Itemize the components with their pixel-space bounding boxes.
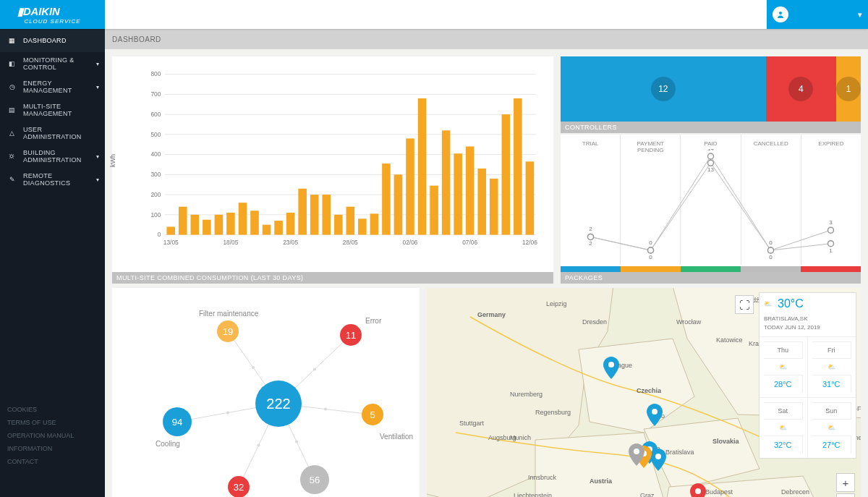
sidebar-item-building-administration[interactable]: ⛭BUILDING ADMINISTRATION▾ [0, 145, 105, 168]
brand-logo[interactable]: ▮DAIKIN CLOUD SERVICE [0, 0, 105, 29]
bar[interactable] [274, 221, 283, 234]
bar[interactable] [430, 186, 438, 235]
package-column-label: TRIAL [582, 140, 599, 147]
weather-icon: ⛅ [764, 300, 772, 307]
footer-link[interactable]: COOKIES [7, 403, 98, 416]
zoom-in-button[interactable]: + [836, 473, 855, 492]
sidebar-item-energy-management[interactable]: ◷ENERGY MANAGEMENT▾ [0, 75, 105, 98]
bar[interactable] [286, 213, 295, 235]
bar[interactable] [490, 179, 498, 235]
mp-center[interactable]: 222 [255, 381, 302, 427]
package-point[interactable] [828, 227, 834, 233]
svg-text:100: 100 [150, 211, 161, 218]
controller-count: 1 [836, 77, 861, 101]
consumption-panel-label: MULTI-SITE COMBINED CONSUMPTION (LAST 30… [112, 272, 553, 284]
mp-label-error: Error [365, 317, 381, 325]
controller-segment[interactable]: 12 [561, 56, 766, 122]
controllers-summary[interactable]: 1241 [561, 56, 861, 122]
nav-icon: ◧ [7, 59, 17, 69]
bar[interactable] [334, 215, 343, 235]
packages-chart: TRIALPAYMENTPENDINGPAIDCANCELLEDEXPIRED … [561, 135, 861, 272]
bar[interactable] [203, 220, 211, 235]
sites-map[interactable]: GermanyLeipzigDresdenPragueCzechiaVienna… [427, 288, 861, 497]
sidebar-item-monitoring-control[interactable]: ◧MONITORING & CONTROL▾ [0, 52, 105, 75]
bar[interactable] [239, 203, 247, 234]
bar[interactable] [514, 98, 522, 235]
bar[interactable] [442, 130, 451, 234]
svg-point-38 [252, 366, 255, 369]
sidebar-item-user-administration[interactable]: △USER ADMINISTRATION [0, 122, 105, 145]
bar[interactable] [250, 211, 259, 234]
bar[interactable] [263, 225, 271, 235]
package-point[interactable] [648, 247, 654, 253]
package-point[interactable] [768, 247, 774, 253]
svg-text:Nuremberg: Nuremberg [510, 391, 542, 398]
management-points: 22219Filter maintenance11Error5Ventilati… [112, 288, 420, 497]
footer-link[interactable]: INFORMATION [7, 442, 98, 455]
nav-label: DASHBOARD [23, 37, 67, 44]
bar[interactable] [179, 207, 187, 235]
svg-point-46 [258, 444, 260, 447]
bar[interactable] [370, 213, 379, 234]
sidebar-item-dashboard[interactable]: ▦DASHBOARD [0, 29, 105, 52]
forecast-icon: ⛅ [764, 358, 803, 375]
chart-ylabel: kWh [109, 154, 116, 167]
bar[interactable] [382, 163, 391, 234]
package-point[interactable] [708, 153, 714, 159]
package-point[interactable] [828, 241, 834, 247]
mp-node-cooling[interactable]: 94 [163, 407, 192, 436]
bar[interactable] [226, 213, 235, 235]
bar[interactable] [166, 226, 175, 234]
bar[interactable] [298, 189, 307, 235]
svg-text:13: 13 [707, 166, 714, 173]
fullscreen-button[interactable]: ⛶ [735, 295, 754, 314]
mp-node-heating[interactable]: 32 [228, 476, 250, 497]
bar[interactable] [406, 138, 414, 234]
nav-label: MONITORING & CONTROL [23, 56, 98, 71]
svg-text:400: 400 [150, 150, 161, 158]
svg-text:Innsbruck: Innsbruck [528, 474, 557, 481]
svg-point-86 [634, 449, 639, 454]
bar[interactable] [322, 195, 331, 234]
sidebar: ▦DASHBOARD◧MONITORING & CONTROL▾◷ENERGY … [0, 29, 105, 497]
controller-segment[interactable]: 4 [766, 56, 836, 122]
account-menu[interactable]: ▾ [767, 0, 868, 29]
bar[interactable] [466, 146, 475, 234]
footer-link[interactable]: TERMS OF USE [7, 416, 98, 429]
forecast-cell: Fri⛅31°C [808, 336, 856, 397]
bar[interactable] [454, 153, 462, 234]
bar[interactable] [358, 218, 367, 234]
chevron-down-icon: ▾ [858, 10, 862, 20]
bar[interactable] [526, 161, 535, 234]
sidebar-item-multi-site-management[interactable]: ▤MULTI-SITE MANAGEMENT [0, 98, 105, 122]
controller-segment[interactable]: 1 [836, 56, 861, 122]
bar[interactable] [418, 98, 427, 235]
bar[interactable] [346, 207, 355, 235]
svg-text:200: 200 [150, 191, 161, 198]
bar[interactable] [502, 114, 511, 234]
bar[interactable] [394, 174, 403, 234]
mp-node-error[interactable]: 11 [340, 324, 362, 346]
zoom-out-button[interactable]: − [836, 493, 855, 497]
package-point[interactable] [708, 160, 714, 166]
footer-link[interactable]: OPERATION MANUAL [7, 429, 98, 442]
svg-point-42 [324, 408, 327, 411]
svg-point-48 [226, 412, 229, 415]
forecast-cell: Thu⛅28°C [760, 336, 808, 397]
svg-text:Bratislava: Bratislava [665, 449, 694, 456]
bar[interactable] [191, 215, 200, 235]
sidebar-item-remote-diagnostics[interactable]: ✎REMOTE DIAGNOSTICS▾ [0, 168, 105, 191]
mp-node-filter[interactable]: 19 [217, 320, 239, 342]
bar[interactable] [477, 169, 486, 235]
package-point[interactable] [588, 234, 594, 239]
svg-text:Debrecen: Debrecen [781, 488, 809, 496]
controller-count: 12 [651, 77, 676, 101]
mp-node-ventilation[interactable]: 5 [362, 404, 383, 425]
bar[interactable] [310, 195, 319, 234]
footer-link[interactable]: CONTACT [7, 455, 98, 468]
svg-point-40 [313, 368, 316, 371]
mp-node-off[interactable]: 56 [300, 465, 329, 494]
bar[interactable] [215, 215, 224, 235]
forecast-icon: ⛅ [812, 419, 852, 436]
svg-text:Regensburg: Regensburg [535, 409, 571, 416]
